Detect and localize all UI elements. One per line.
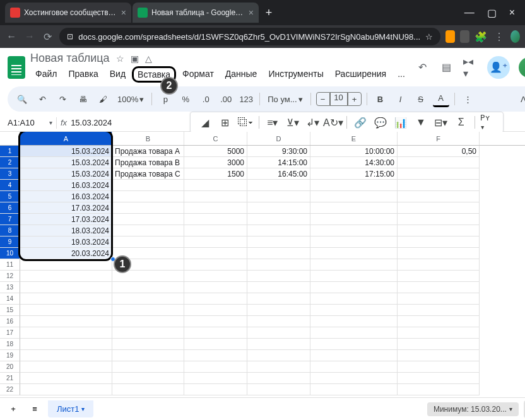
cell[interactable] [112,180,184,191]
filter-icon[interactable]: ▼ [413,114,429,131]
url-input[interactable]: ⊡ docs.google.com/spreadsheets/d/1SWFSZ0… [59,28,440,45]
cell[interactable] [112,361,184,373]
cell[interactable] [20,316,112,327]
cell[interactable] [20,271,112,282]
menu-правка[interactable]: Правка [63,66,103,83]
column-header[interactable]: E [310,132,398,145]
row-header[interactable]: 14 [0,293,20,305]
cell[interactable] [112,236,184,248]
cell[interactable] [398,384,480,395]
cell[interactable] [184,248,247,259]
cell[interactable] [310,305,398,316]
cell[interactable] [310,339,398,350]
cell[interactable]: Продажа товара А [112,146,184,157]
cell[interactable] [310,316,398,327]
redo-icon[interactable]: ↷ [54,91,71,107]
more-formats-icon[interactable]: 123 [238,91,254,107]
merge-icon[interactable]: ⿻▾ [237,114,254,131]
cell[interactable]: 17:15:00 [310,168,398,180]
minimize-icon[interactable]: — [464,7,475,19]
namebox-dropdown-icon[interactable]: ▾ [49,119,52,126]
browser-tab-1[interactable]: Хостинговое сообщество «Tim × [5,3,131,23]
decrease-decimal-icon[interactable]: .0 [198,91,214,107]
cell[interactable]: 17.03.2024 [20,202,112,214]
browser-tab-2[interactable]: Новая таблица - Google Табли × [133,3,259,23]
cell[interactable] [247,225,310,236]
sheet-tab-menu-icon[interactable]: ▾ [81,405,85,412]
cell[interactable] [184,350,247,361]
cell[interactable] [247,259,310,271]
cell[interactable] [398,236,480,248]
cell[interactable] [398,202,480,214]
menu-данные[interactable]: Данные [220,66,262,83]
cell[interactable] [398,157,480,168]
cell[interactable] [310,180,398,191]
cell[interactable] [184,271,247,282]
column-header[interactable]: D [247,132,310,145]
cell[interactable] [247,248,310,259]
row-header[interactable]: 12 [0,271,20,282]
bold-icon[interactable]: B [372,91,389,107]
row-header[interactable]: 5 [0,191,20,202]
row-header[interactable]: 3 [0,168,20,180]
cell[interactable] [184,361,247,373]
close-icon[interactable]: × [249,8,254,18]
paint-format-icon[interactable]: 🖌 [95,91,111,107]
cloud-status-icon[interactable]: △ [145,54,152,64]
cell[interactable]: 17.03.2024 [20,214,112,225]
new-tab-button[interactable]: + [260,4,278,21]
cell[interactable] [247,191,310,202]
cell[interactable] [247,373,310,384]
sheet-tab[interactable]: Лист1 ▾ [48,400,93,417]
vertical-align-icon[interactable]: ⊻▾ [285,114,301,131]
cell[interactable] [247,361,310,373]
cell[interactable] [398,361,480,373]
cell[interactable] [112,293,184,305]
insert-chart-icon[interactable]: 📊 [392,114,409,131]
strikethrough-icon[interactable]: S [413,91,429,107]
reload-icon[interactable]: ⟳ [41,31,54,43]
cell[interactable]: 16.03.2024 [20,191,112,202]
cell[interactable] [112,384,184,395]
column-header[interactable]: F [398,132,480,145]
cell[interactable] [310,214,398,225]
cell[interactable] [247,339,310,350]
cell[interactable] [112,214,184,225]
cell[interactable] [398,180,480,191]
cell[interactable] [112,373,184,384]
cell[interactable] [398,248,480,259]
cell[interactable] [398,214,480,225]
cell[interactable]: 19.03.2024 [20,236,112,248]
star-icon[interactable]: ☆ [116,54,124,64]
cell[interactable] [20,384,112,395]
formula-input[interactable]: 15.03.2024 [71,118,112,127]
cell[interactable]: 14:30:00 [310,157,398,168]
collapse-toolbar-icon[interactable]: ᐱ [515,90,525,108]
cell[interactable] [184,236,247,248]
cell[interactable]: 16:45:00 [247,168,310,180]
cell[interactable] [398,339,480,350]
cell[interactable] [310,259,398,271]
column-header[interactable]: C [184,132,247,145]
quick-calc[interactable]: Минимум: 15.03.20... ▾ [427,402,519,416]
cell[interactable] [247,305,310,316]
cell[interactable] [184,225,247,236]
profile-avatar[interactable] [510,30,520,43]
zoom-select[interactable]: 100% ▾ [115,95,146,104]
decrease-font-button[interactable]: − [316,92,330,106]
cell[interactable] [20,361,112,373]
cell[interactable] [247,271,310,282]
cell[interactable]: 5000 [184,146,247,157]
row-header[interactable]: 17 [0,327,20,339]
account-avatar[interactable] [519,57,525,78]
cell[interactable] [398,327,480,339]
insert-comment-icon[interactable]: 💬 [372,114,389,131]
cell[interactable] [247,180,310,191]
cell[interactable] [310,236,398,248]
cell[interactable]: 18.03.2024 [20,225,112,236]
text-color-icon[interactable]: A [433,91,449,107]
cell[interactable] [247,316,310,327]
cell[interactable] [20,350,112,361]
share-button[interactable]: 👤⁺ [487,56,510,79]
cell[interactable] [247,327,310,339]
